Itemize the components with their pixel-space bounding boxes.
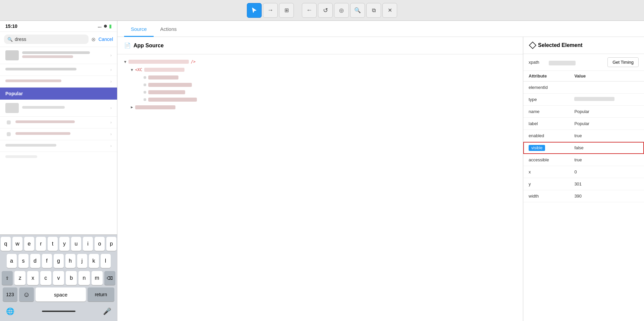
tree-node[interactable]: ▼ <XC	[117, 66, 523, 74]
app-source-title: App Source	[133, 43, 164, 49]
list-item[interactable]: ›	[0, 76, 117, 88]
attribute-key-cell: visible	[523, 142, 569, 154]
tree-tag: <XC	[135, 67, 143, 72]
key-b[interactable]: b	[66, 271, 77, 285]
chevron-right-icon: ›	[110, 132, 112, 137]
table-header-row: Attribute Value	[523, 71, 644, 82]
tree-node[interactable]	[117, 74, 523, 81]
key-t[interactable]: t	[48, 237, 58, 251]
refresh-button[interactable]: ↺	[318, 3, 333, 18]
copy-button[interactable]: ⧉	[366, 3, 381, 18]
num-key[interactable]: 123	[3, 287, 17, 302]
tab-bar: Source Actions	[117, 21, 644, 37]
key-f[interactable]: f	[42, 254, 52, 268]
key-x[interactable]: x	[27, 271, 38, 285]
attribute-value-cell: 0	[569, 166, 644, 178]
key-a[interactable]: a	[7, 254, 17, 268]
shift-key[interactable]: ⇧	[2, 271, 13, 285]
popular-label: Popular	[5, 91, 23, 96]
table-row[interactable]: namePopular	[523, 106, 644, 118]
arrow-button[interactable]: →	[263, 3, 278, 18]
key-z[interactable]: z	[14, 271, 25, 285]
table-row[interactable]: enabledtrue	[523, 130, 644, 142]
tree-expand-icon[interactable]: ▶	[131, 105, 133, 109]
table-row[interactable]: y301	[523, 178, 644, 190]
key-h[interactable]: h	[65, 254, 75, 268]
keyboard-extra-row: 🌐 🎤	[0, 304, 117, 321]
list-item[interactable]: ›	[0, 100, 117, 117]
space-key[interactable]: space	[36, 287, 86, 302]
search-text: dress	[15, 37, 26, 42]
key-d[interactable]: d	[30, 254, 40, 268]
get-timing-button[interactable]: Get Timing	[607, 57, 639, 67]
tab-actions[interactable]: Actions	[154, 21, 183, 37]
key-i[interactable]: i	[83, 237, 93, 251]
globe-key[interactable]: 🌐	[3, 304, 17, 318]
attribute-key-cell: enabled	[523, 130, 569, 142]
key-j[interactable]: j	[77, 254, 87, 268]
arrow-icon: →	[267, 7, 273, 14]
back-button[interactable]: ←	[302, 3, 317, 18]
list-item[interactable]: ›	[0, 47, 117, 64]
key-c[interactable]: c	[40, 271, 51, 285]
key-r[interactable]: r	[36, 237, 46, 251]
xpath-row: xpath Get Timing	[523, 54, 644, 71]
list-item[interactable]: ›	[0, 140, 117, 152]
blurred-value	[574, 97, 614, 101]
table-row[interactable]: elementId	[523, 82, 644, 94]
attribute-value-cell: false	[569, 142, 644, 154]
cursor-button[interactable]	[247, 3, 262, 18]
tree-node[interactable]: ▶	[117, 103, 523, 111]
key-n[interactable]: n	[78, 271, 90, 285]
phone-search-input-container[interactable]: 🔍 dress	[4, 35, 89, 44]
tree-node-content	[128, 60, 189, 64]
key-o[interactable]: o	[95, 237, 105, 251]
tree-collapse-icon[interactable]: ▼	[124, 60, 126, 64]
key-q[interactable]: q	[1, 237, 11, 251]
thumb-image	[5, 50, 19, 60]
search-clear-icon[interactable]: ⊗	[91, 36, 96, 43]
key-l[interactable]: l	[101, 254, 111, 268]
table-row[interactable]: width390	[523, 190, 644, 202]
tree-node[interactable]	[117, 96, 523, 103]
tree-node[interactable]: ▼ />	[117, 58, 523, 66]
expand-button[interactable]: ⊞	[279, 3, 294, 18]
phone-cancel-button[interactable]: Cancel	[98, 37, 113, 42]
table-row[interactable]: type	[523, 94, 644, 106]
text-lines	[5, 144, 107, 148]
table-row[interactable]: labelPopular	[523, 118, 644, 130]
key-m[interactable]: m	[92, 271, 103, 285]
tab-source[interactable]: Source	[124, 21, 154, 37]
key-e[interactable]: e	[24, 237, 34, 251]
emoji-key[interactable]: ☺	[19, 287, 34, 302]
list-item[interactable]: ›	[0, 117, 117, 128]
backspace-key[interactable]: ⌫	[104, 271, 115, 285]
search-button[interactable]: 🔍	[350, 3, 365, 18]
eye-button[interactable]: ◎	[334, 3, 349, 18]
key-p[interactable]: p	[106, 237, 116, 251]
key-w[interactable]: w	[12, 237, 22, 251]
table-row[interactable]: accessibletrue	[523, 154, 644, 166]
tree-collapse-icon[interactable]: ▼	[131, 68, 133, 72]
mic-key[interactable]: 🎤	[100, 304, 114, 318]
attributes-table: Attribute Value elementIdtypenamePopular…	[523, 71, 644, 202]
key-v[interactable]: v	[53, 271, 64, 285]
list-item[interactable]: ›	[0, 128, 117, 140]
tree-node[interactable]	[117, 81, 523, 89]
key-y[interactable]: y	[59, 237, 69, 251]
tree-node[interactable]	[117, 89, 523, 96]
phone-list: › › › Popular	[0, 47, 117, 234]
text-lines	[15, 132, 107, 136]
thumb-image	[7, 120, 11, 124]
table-row[interactable]: x0	[523, 166, 644, 178]
key-k[interactable]: k	[89, 254, 99, 268]
list-item[interactable]: ›	[0, 64, 117, 76]
battery-icon: ▮	[109, 23, 112, 29]
key-s[interactable]: s	[18, 254, 29, 268]
key-u[interactable]: u	[71, 237, 81, 251]
table-row[interactable]: visiblefalse	[523, 142, 644, 154]
list-item[interactable]	[0, 152, 117, 163]
return-key[interactable]: return	[88, 287, 114, 302]
close-button[interactable]: ✕	[382, 3, 397, 18]
key-g[interactable]: g	[54, 254, 64, 268]
